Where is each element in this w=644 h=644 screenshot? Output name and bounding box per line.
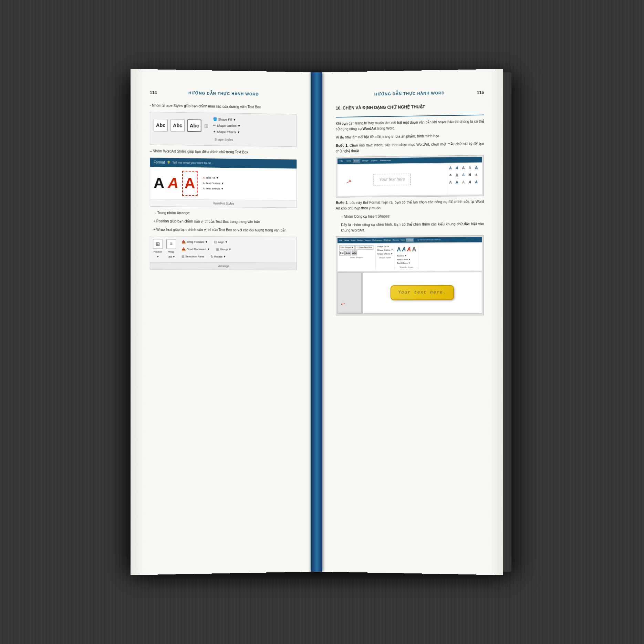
ss2-tab-format[interactable]: Format: [406, 238, 414, 242]
shape-effects-option[interactable]: ✦ Shape Effects ▼: [213, 129, 240, 135]
ss2-tab-file[interactable]: File: [339, 238, 343, 242]
group-label: Group ▼: [220, 247, 231, 252]
book-spine: [312, 72, 322, 572]
wordart-box: Format 💡 Tell me what you want to do... …: [150, 158, 297, 208]
your-text-wordart: Your text here.: [391, 285, 454, 300]
insert-shapes-desc: Đây là nhóm công cụ chèn hình. Bạn có th…: [336, 221, 484, 233]
wordart-letter-a-dashed: A: [182, 171, 198, 196]
gallery-a1[interactable]: A: [449, 165, 455, 171]
section-number: 10.: [336, 106, 342, 111]
wordart-bold: WordArt: [363, 127, 376, 131]
gallery-a9[interactable]: A: [468, 172, 474, 178]
row-send-backward: 📥 Send Backward ▼ ⊞ Group ▼: [181, 247, 294, 253]
gallery-a10[interactable]: A: [475, 172, 480, 178]
position-icon[interactable]: ⊞: [153, 239, 163, 249]
step2-label: Bước 2.: [336, 201, 349, 205]
ss2-abc3[interactable]: Abc: [352, 251, 357, 256]
rotate-btn[interactable]: ↻ Rotate ▼: [210, 254, 226, 259]
text-effects2-label[interactable]: Text Effects ▼: [397, 262, 416, 265]
selection-pane-btn[interactable]: ⊞ Selection Pane: [181, 254, 204, 259]
position-col: ⊞ Position ▼: [153, 239, 163, 259]
your-text-placeholder-1: Your text here: [374, 174, 411, 186]
shape-fill2-label[interactable]: Shape Fill ▼: [377, 245, 393, 248]
wrap-text-label2: Text ▼: [167, 255, 175, 259]
ss1-main: → Your text here: [337, 163, 447, 196]
ss2-abc1[interactable]: Abc: [339, 251, 345, 256]
wordart-styles-group-footer: WordArt Styles: [397, 266, 416, 269]
selection-pane-label: Selection Pane: [185, 255, 204, 259]
gallery-a11[interactable]: A: [449, 179, 455, 186]
arrange-intro: - Trong nhóm Arrange:: [150, 210, 297, 217]
group-btn[interactable]: ⊞ Group ▼: [216, 247, 231, 252]
wordart-content: A A A A Text Fill ▼ A Text Outline ▼: [150, 167, 297, 200]
gallery-a12[interactable]: A: [456, 179, 461, 186]
position-arrow[interactable]: ▼: [157, 255, 159, 259]
ss2-left-panel: →: [337, 272, 362, 313]
tab-layout[interactable]: Layout: [370, 159, 378, 163]
ss2-tab-design[interactable]: Design: [356, 238, 364, 242]
page-number-right: 115: [477, 90, 484, 95]
format-tab[interactable]: Format: [154, 160, 165, 166]
tab-design[interactable]: Design: [361, 159, 370, 163]
edit-shape-btn[interactable]: Edit Shape ▼: [339, 245, 355, 250]
text-outline2-label[interactable]: Text Outline ▼: [397, 258, 416, 261]
ss2-tab-mailings[interactable]: Mailings: [383, 238, 392, 242]
shape-options-ss2: Shape Fill ▼ Shape Outline ▼ Shape Effec…: [377, 245, 393, 256]
gallery-a5[interactable]: A: [475, 165, 480, 171]
abc-btn-3[interactable]: Abc: [187, 119, 201, 132]
wa-letter-3: A: [407, 245, 411, 254]
shape-outline2-label[interactable]: Shape Outline ▼: [377, 249, 393, 252]
gallery-a13[interactable]: A: [462, 179, 468, 185]
send-backward-btn[interactable]: 📥 Send Backward ▼: [181, 247, 210, 252]
text-fill-label: Text Fill ▼: [206, 176, 219, 180]
gallery-a14[interactable]: A: [468, 179, 474, 185]
text-fill2-label[interactable]: Text Fill ▼: [397, 255, 416, 258]
tab-home[interactable]: Home: [345, 159, 352, 163]
tab-insert[interactable]: Insert: [353, 159, 360, 163]
gallery-a3[interactable]: A: [462, 165, 468, 171]
row-bring-forward: 📤 Bring Forward ▼ ⊟ Align ▼: [181, 239, 294, 246]
bring-forward-btn[interactable]: 📤 Bring Forward ▼: [181, 239, 208, 245]
rotate-label: Rotate ▼: [214, 255, 226, 259]
shape-effects2-label[interactable]: Shape Effects ▼: [377, 252, 393, 256]
gallery-a6[interactable]: A: [449, 172, 455, 178]
ss2-tab-home[interactable]: Home: [343, 238, 350, 242]
ss2-tab-view[interactable]: View: [400, 238, 405, 242]
gallery-a4[interactable]: A: [468, 165, 474, 171]
your-text-here-2: Your text here.: [398, 290, 446, 295]
shape-fill-label: Shape Fill ▼: [218, 117, 236, 122]
ss2-tab-layout[interactable]: Layout: [364, 238, 372, 242]
tab-file[interactable]: File: [339, 159, 344, 163]
chapter-title: 10. CHÈN VÀ ĐỊNH DẠNG CHỮ NGHỆ THUẬT: [336, 103, 484, 112]
ss2-tab-refs[interactable]: References: [372, 238, 383, 242]
draw-textbox-btn[interactable]: □ Draw Text Box: [355, 245, 373, 250]
arrange-intro-text: - Trong nhóm Arrange:: [155, 211, 190, 215]
section-title: CHÈN VÀ ĐỊNH DẠNG CHỮ NGHỆ THUẬT: [343, 104, 425, 111]
tab-refs[interactable]: References: [379, 159, 392, 163]
shape-styles-intro: - Nhóm Shape Styles giúp bạn chỉnh màu s…: [150, 103, 297, 111]
ss2-tell-me: Q Tell me what you want to...: [414, 238, 446, 242]
ss2-tab-insert[interactable]: Insert: [350, 238, 356, 242]
step2: Bước 2. Lúc này thể Format hiện ra, bạn …: [336, 199, 484, 211]
abc-btn-2[interactable]: Abc: [170, 119, 185, 132]
wrap-text-icon[interactable]: ≡: [166, 239, 176, 249]
shape-outline-option[interactable]: ✏ Shape Outline ▼: [213, 123, 240, 129]
abc-btn-1[interactable]: Abc: [154, 119, 168, 132]
your-text-here-1: Your text here: [379, 177, 405, 182]
text-fill-row[interactable]: A Text Fill ▼: [203, 176, 224, 180]
arrange-buttons: 📤 Bring Forward ▼ ⊟ Align ▼ 📥 Se: [181, 239, 294, 260]
gallery-a8[interactable]: A: [462, 172, 468, 178]
gallery-a7[interactable]: A: [456, 172, 461, 178]
text-effects-row[interactable]: A Text Effects ▼: [203, 187, 224, 191]
page-right: HƯỚNG DẪN THỰC HÀNH WORD 115 10. CHÈN VÀ…: [322, 69, 503, 575]
text-outline-row[interactable]: A Text Outline ▼: [203, 181, 224, 186]
wa-letter-2: A: [402, 245, 406, 254]
align-btn[interactable]: ⊟ Align ▼: [214, 239, 228, 245]
ss2-tab-review[interactable]: Review: [392, 238, 399, 242]
ss2-abc2[interactable]: Abc: [345, 251, 351, 256]
scroll-arrow[interactable]: ⊞: [204, 122, 208, 130]
wordart-letters-row: A A A A: [397, 245, 416, 254]
gallery-a2[interactable]: A: [456, 165, 461, 171]
gallery-a15[interactable]: A: [475, 179, 480, 185]
shape-fill-option[interactable]: 🪣 Shape Fill ▼: [213, 117, 240, 123]
